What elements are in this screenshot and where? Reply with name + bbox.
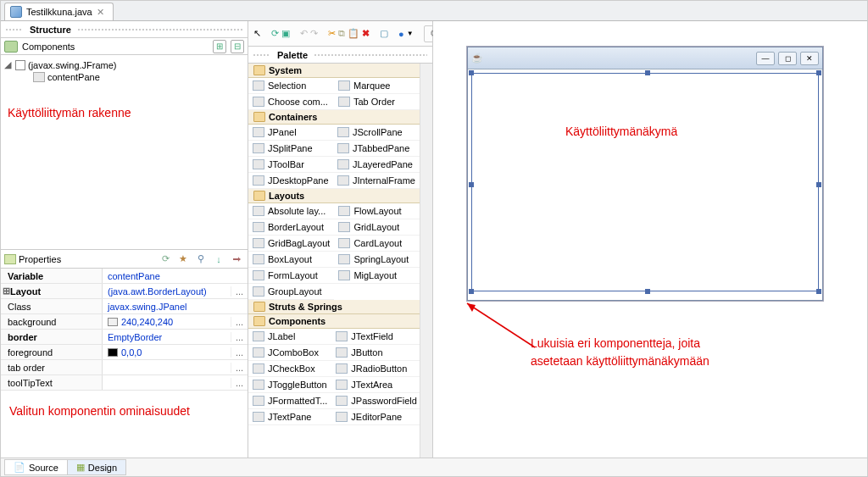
palette-category[interactable]: Containers: [248, 110, 420, 125]
palette-item[interactable]: JButton: [331, 345, 420, 361]
palette-item[interactable]: JComboBox: [248, 345, 331, 361]
tool-preview-icon[interactable]: ▢: [380, 25, 388, 43]
resize-handle[interactable]: [469, 289, 474, 294]
bottom-tab-bar: 📄 Source ▦ Design: [1, 458, 867, 476]
props-tool-2[interactable]: ★: [175, 252, 191, 267]
component-tree[interactable]: ◢ (javax.swing.JFrame) contentPane Käytt…: [1, 55, 248, 249]
palette-item[interactable]: Selection: [248, 78, 334, 94]
component-icon: [337, 127, 349, 137]
tree-checkbox[interactable]: [15, 60, 25, 70]
palette-item[interactable]: JToggleButton: [248, 377, 331, 393]
minimize-button[interactable]: —: [756, 52, 775, 65]
props-tool-5[interactable]: ⮕: [229, 252, 244, 267]
tool-cut-icon[interactable]: ✂: [328, 25, 336, 43]
tool-paste-icon[interactable]: 📋: [348, 25, 359, 43]
resize-handle[interactable]: [816, 70, 821, 75]
tool-refresh-icon[interactable]: ⟳: [271, 25, 279, 43]
tree-row-frame[interactable]: ◢ (javax.swing.JFrame): [4, 58, 244, 71]
property-row[interactable]: background240,240,240...: [1, 314, 248, 330]
palette-item[interactable]: JPasswordField: [331, 393, 420, 409]
close-icon[interactable]: ✕: [97, 7, 104, 18]
palette-item[interactable]: SpringLayout: [334, 252, 420, 268]
palette-item[interactable]: JScrollPane: [333, 125, 420, 141]
palette-item[interactable]: JInternalFrame: [333, 173, 420, 189]
props-tool-4[interactable]: ↓: [211, 252, 226, 267]
palette-item[interactable]: BoxLayout: [248, 252, 334, 268]
palette-item[interactable]: JPanel: [248, 125, 333, 141]
palette-item[interactable]: GridBagLayout: [248, 236, 334, 252]
palette-item[interactable]: JFormattedT...: [248, 393, 331, 409]
palette-item[interactable]: JToolBar: [248, 157, 333, 173]
palette-item[interactable]: JDesktopPane: [248, 173, 333, 189]
palette-item[interactable]: GridLayout: [334, 219, 420, 236]
palette-body[interactable]: SystemSelectionMarqueeChoose com...Tab O…: [248, 64, 420, 458]
palette-item[interactable]: JEditorPane: [331, 409, 420, 425]
palette-item[interactable]: JTabbedPane: [333, 141, 420, 157]
palette-header: Palette: [248, 47, 432, 64]
tool-cursor-icon[interactable]: ↖: [253, 25, 261, 43]
palette-item[interactable]: Marquee: [334, 78, 420, 94]
palette-item[interactable]: JTextArea: [331, 377, 420, 393]
design-canvas[interactable]: ☕ — ◻ ✕ Käytt: [433, 21, 867, 458]
palette-item[interactable]: JRadioButton: [331, 361, 420, 377]
file-tab[interactable]: Testilkkuna.java ✕: [4, 3, 114, 20]
expand-all-button[interactable]: ⊞: [213, 40, 226, 53]
palette-item[interactable]: FormLayout: [248, 268, 334, 284]
content-pane-preview[interactable]: Käyttöliittymänäkymä: [471, 73, 819, 291]
tool-test-icon[interactable]: ▣: [281, 25, 290, 43]
close-button[interactable]: ✕: [800, 52, 819, 65]
component-icon: [253, 206, 264, 216]
component-icon: [336, 412, 348, 422]
property-row[interactable]: Classjavax.swing.JPanel: [1, 299, 248, 314]
property-row[interactable]: borderEmptyBorder...: [1, 330, 248, 345]
resize-handle[interactable]: [645, 289, 650, 294]
palette-item[interactable]: JTextField: [331, 329, 420, 345]
palette-item[interactable]: JCheckBox: [248, 361, 331, 377]
resize-handle[interactable]: [816, 182, 821, 187]
palette-item[interactable]: JLayeredPane: [333, 157, 420, 173]
tool-undo-icon[interactable]: ↶: [300, 25, 308, 43]
resize-handle[interactable]: [816, 289, 821, 294]
property-row[interactable]: VariablecontentPane: [1, 269, 248, 284]
tool-globe-icon[interactable]: ●: [398, 25, 404, 43]
palette-category[interactable]: Layouts: [248, 189, 420, 203]
resize-handle[interactable]: [469, 182, 474, 187]
tool-redo-icon[interactable]: ↷: [310, 25, 318, 43]
tool-delete-icon[interactable]: ✖: [362, 25, 370, 43]
component-icon: [336, 380, 348, 390]
palette-category[interactable]: Struts & Springs: [248, 300, 420, 314]
tab-source[interactable]: 📄 Source: [4, 459, 68, 475]
palette-item[interactable]: CardLayout: [334, 236, 420, 252]
tab-design[interactable]: ▦ Design: [67, 459, 126, 475]
property-row[interactable]: tab order...: [1, 360, 248, 375]
maximize-button[interactable]: ◻: [778, 52, 797, 65]
resize-handle[interactable]: [469, 70, 474, 75]
collapse-all-button[interactable]: ⊟: [231, 40, 244, 53]
palette-scrollbar[interactable]: [420, 64, 432, 458]
palette-category[interactable]: Components: [248, 314, 420, 329]
jframe-preview[interactable]: ☕ — ◻ ✕ Käytt: [467, 47, 823, 301]
props-tool-1[interactable]: ⟳: [158, 252, 173, 267]
tool-copy-icon[interactable]: ⧉: [338, 25, 345, 43]
palette-item[interactable]: BorderLayout: [248, 219, 334, 236]
properties-table[interactable]: VariablecontentPane⊞ Layout(java.awt.Bor…: [1, 269, 248, 458]
resize-handle[interactable]: [645, 70, 650, 75]
palette-item[interactable]: Choose com...: [248, 94, 334, 110]
palette-category[interactable]: System: [248, 64, 420, 78]
palette-item[interactable]: Tab Order: [334, 94, 420, 110]
tree-toggle-icon[interactable]: ◢: [4, 59, 13, 70]
palette-item[interactable]: MigLayout: [334, 268, 420, 284]
property-row[interactable]: ⊞ Layout(java.awt.BorderLayout)...: [1, 284, 248, 299]
palette-item[interactable]: JLabel: [248, 329, 331, 345]
palette-item[interactable]: JSplitPane: [248, 141, 333, 157]
component-icon: [253, 127, 264, 137]
property-row[interactable]: foreground0,0,0...: [1, 345, 248, 360]
tree-row-contentpane[interactable]: contentPane: [4, 71, 244, 83]
props-tool-3[interactable]: ⚲: [193, 252, 209, 267]
property-row[interactable]: toolTipText...: [1, 375, 248, 391]
annotation-structure: Käyttöliittymän rakenne: [8, 106, 131, 119]
palette-item[interactable]: Absolute lay...: [248, 203, 334, 219]
palette-item[interactable]: FlowLayout: [334, 203, 420, 219]
palette-item[interactable]: JTextPane: [248, 409, 331, 425]
palette-item[interactable]: GroupLayout: [248, 284, 334, 300]
